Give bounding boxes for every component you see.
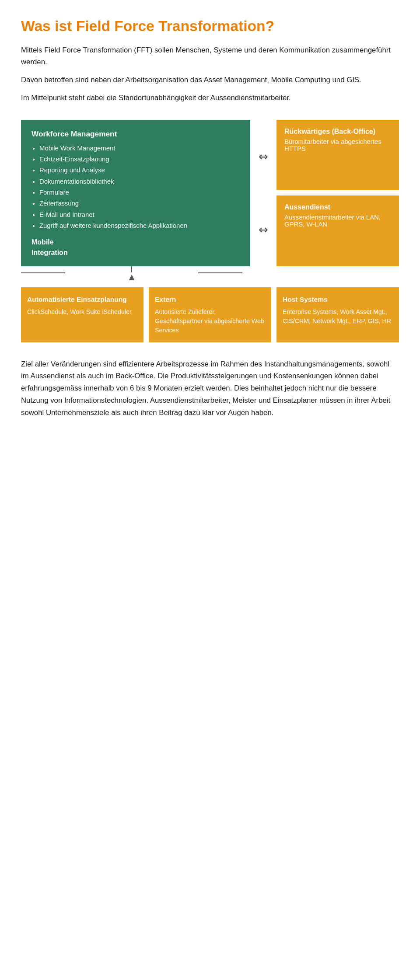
bottom-box-einsatzplanung-text: ClickSchedule, Work Suite iScheduler <box>27 307 137 317</box>
wf-title: Workforce Management <box>32 129 240 139</box>
wf-item: Echtzeit-Einsatzplanung <box>39 154 240 165</box>
arrows-column: ⇔ ⇔ <box>250 120 276 266</box>
diagram-top-row: Workforce Management Mobile Work Managem… <box>21 120 399 266</box>
backoffice-box: Rückwärtiges (Back-Office) Büromitarbeit… <box>276 120 399 191</box>
diagram: Workforce Management Mobile Work Managem… <box>21 120 399 342</box>
intro-paragraph-2: Davon betroffen sind neben der Arbeitsor… <box>21 74 399 86</box>
intro-paragraph-3: Im Mittelpunkt steht dabei die Standortu… <box>21 92 399 104</box>
right-column: Rückwärtiges (Back-Office) Büromitarbeit… <box>276 120 399 266</box>
aussendienst-title: Aussendienst <box>284 203 391 211</box>
wf-item: Zugriff auf weitere kundenspezifische Ap… <box>39 220 240 231</box>
bottom-box-einsatzplanung: Automatisierte Einsatzplanung ClickSched… <box>21 287 144 342</box>
bidirectional-arrow-top: ⇔ <box>259 150 268 163</box>
backoffice-text: Büromitarbeiter via abgesichertes HTTPS <box>284 138 391 152</box>
workforce-management-box: Workforce Management Mobile Work Managem… <box>21 120 250 266</box>
wf-item: Dokumentationsbibliothek <box>39 176 240 187</box>
bottom-box-extern: Extern Autorisierte Zulieferer, Geschäft… <box>149 287 271 342</box>
wf-item: Formulare <box>39 187 240 198</box>
mobile-label: Mobile <box>32 238 240 246</box>
backoffice-title: Rückwärtiges (Back-Office) <box>284 128 391 136</box>
wf-item: Zeiterfassung <box>39 198 240 209</box>
wf-items-list: Mobile Work ManagementEchtzeit-Einsatzpl… <box>32 143 240 231</box>
intro-paragraph-1: Mittels Field Force Transformation (FFT)… <box>21 45 399 68</box>
bidirectional-arrow-bottom: ⇔ <box>259 223 268 236</box>
page-title: Was ist Field Force Transformation? <box>21 17 399 35</box>
aussendienst-text: Aussendienstmitarbeiter via LAN, GPRS, W… <box>284 214 391 228</box>
bottom-box-extern-title: Extern <box>155 294 265 304</box>
bottom-box-hostsystems: Host Systems Enterprise Systems, Work As… <box>276 287 399 342</box>
bottom-box-extern-text: Autorisierte Zulieferer, Geschäftspartne… <box>155 307 265 335</box>
conclusion-text: Ziel aller Veränderungen sind effiziente… <box>21 358 399 419</box>
bottom-box-einsatzplanung-title: Automatisierte Einsatzplanung <box>27 294 137 304</box>
aussendienst-box: Aussendienst Aussendienstmitarbeiter via… <box>276 195 399 266</box>
wf-item: E-Mail und Intranet <box>39 209 240 220</box>
wf-item: Mobile Work Management <box>39 143 240 154</box>
bottom-box-hostsystems-text: Enterprise Systems, Work Asset Mgt., CIS… <box>283 307 393 326</box>
diagram-bottom-row: Automatisierte Einsatzplanung ClickSched… <box>21 287 399 342</box>
wf-item: Reporting und Analyse <box>39 165 240 176</box>
integration-label: Integration <box>32 249 240 257</box>
bottom-box-hostsystems-title: Host Systems <box>283 294 393 304</box>
